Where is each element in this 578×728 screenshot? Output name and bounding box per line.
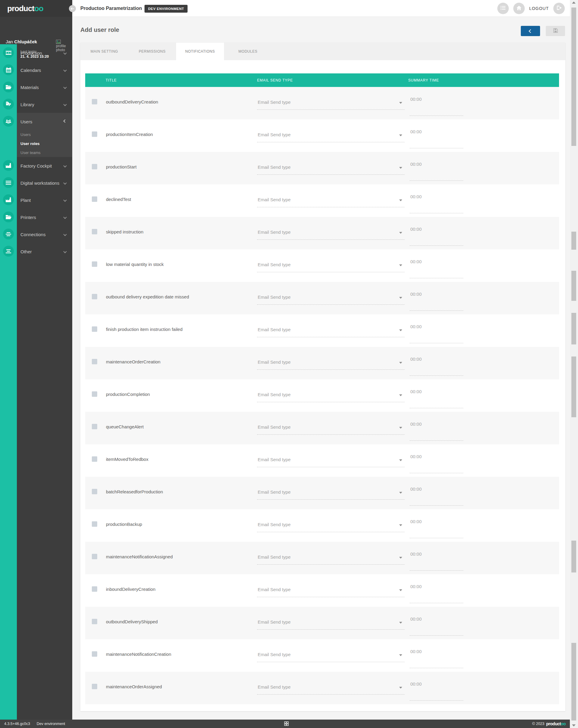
summary-time-value: 00:00 xyxy=(410,194,422,199)
email-send-type-select[interactable]: Email Send type xyxy=(257,551,405,565)
email-send-type-select[interactable]: Email Send type xyxy=(257,356,405,370)
email-send-type-select[interactable]: Email Send type xyxy=(257,486,405,500)
scrollbar-thumb[interactable] xyxy=(571,541,576,572)
row-checkbox[interactable] xyxy=(92,164,97,170)
table-row: low material quantity in stockEmail Send… xyxy=(85,250,559,282)
scrollbar-thumb[interactable] xyxy=(571,271,576,301)
row-checkbox[interactable] xyxy=(92,131,97,137)
summary-time-input[interactable]: 00:00 xyxy=(410,418,463,441)
scrollbar-thumb[interactable] xyxy=(571,643,576,721)
logout-button[interactable]: LOGOUT xyxy=(529,6,549,11)
sidebar-item-printers[interactable]: Printers xyxy=(0,208,72,226)
summary-time-input[interactable]: 00:00 xyxy=(410,191,463,213)
email-send-type-select[interactable]: Email Send type xyxy=(257,128,405,142)
exit-button[interactable] xyxy=(553,3,565,14)
sidebar-subitem-user-teams[interactable]: User teams xyxy=(0,148,72,157)
summary-time-input[interactable]: 00:00 xyxy=(410,581,463,603)
scroll-down-arrow-icon[interactable] xyxy=(572,724,576,727)
table-row: productionItemCreationEmail Send type00:… xyxy=(85,120,559,152)
tab-main-setting[interactable]: MAIN SETTING xyxy=(80,43,128,60)
row-checkbox[interactable] xyxy=(92,619,97,624)
sidebar-item-factory-cockpit[interactable]: Factory Cockpit xyxy=(0,157,72,174)
scrollbar-thumb[interactable] xyxy=(571,357,576,417)
email-send-type-select[interactable]: Email Send type xyxy=(257,388,405,402)
summary-time-input[interactable]: 00:00 xyxy=(410,126,463,148)
summary-time-value: 00:00 xyxy=(410,389,422,394)
sidebar-item-users[interactable]: Users xyxy=(0,113,72,130)
summary-time-input[interactable]: 00:00 xyxy=(410,484,463,506)
email-send-type-select[interactable]: Email Send type xyxy=(257,583,405,597)
save-button[interactable] xyxy=(546,26,565,36)
email-send-type-select[interactable]: Email Send type xyxy=(257,291,405,305)
menu-list-button[interactable] xyxy=(497,3,509,14)
sidebar-item-other[interactable]: Other xyxy=(0,243,72,260)
grid-icon[interactable] xyxy=(284,721,289,727)
sidebar-item-production[interactable]: Production xyxy=(0,44,72,61)
summary-time-input[interactable]: 00:00 xyxy=(410,614,463,635)
summary-time-input[interactable]: 00:00 xyxy=(410,354,463,376)
summary-time-input[interactable]: 00:00 xyxy=(410,159,463,181)
sidebar-item-connections[interactable]: Connections xyxy=(0,226,72,243)
summary-time-input[interactable]: 00:00 xyxy=(410,94,463,116)
summary-time-input[interactable]: 00:00 xyxy=(410,678,463,701)
row-checkbox[interactable] xyxy=(92,489,97,494)
email-send-type-select[interactable]: Email Send type xyxy=(257,616,405,630)
row-checkbox[interactable] xyxy=(92,359,97,364)
email-send-type-select[interactable]: Email Send type xyxy=(257,323,405,337)
email-send-type-select[interactable]: Email Send type xyxy=(257,453,405,467)
row-checkbox[interactable] xyxy=(92,391,97,397)
summary-time-value: 00:00 xyxy=(410,681,422,686)
sidebar-item-calendars[interactable]: Calendars xyxy=(0,61,72,79)
sidebar-item-plant[interactable]: Plant xyxy=(0,191,72,208)
summary-time-input[interactable]: 00:00 xyxy=(410,288,463,311)
back-button[interactable] xyxy=(521,26,540,36)
summary-time-input[interactable]: 00:00 xyxy=(410,516,463,538)
summary-time-input[interactable]: 00:00 xyxy=(410,224,463,246)
collapse-sidebar-button[interactable] xyxy=(69,5,76,12)
email-send-type-select[interactable]: Email Send type xyxy=(257,226,405,240)
summary-time-value: 00:00 xyxy=(410,519,422,524)
scrollbar-thumb[interactable] xyxy=(571,232,576,250)
sidebar-item-digital-workstations[interactable]: Digital workstations xyxy=(0,174,72,191)
row-checkbox[interactable] xyxy=(92,651,97,657)
tab-notifications[interactable]: NOTIFICATIONS xyxy=(176,43,224,60)
scroll-up-arrow-icon[interactable] xyxy=(572,1,576,4)
scrollbar-thumb[interactable] xyxy=(571,313,576,344)
row-checkbox[interactable] xyxy=(92,261,97,267)
row-checkbox[interactable] xyxy=(92,554,97,559)
tab-modules[interactable]: MODULES xyxy=(224,43,272,60)
summary-time-input[interactable]: 00:00 xyxy=(410,451,463,473)
row-checkbox[interactable] xyxy=(92,229,97,234)
row-checkbox[interactable] xyxy=(92,521,97,527)
email-send-type-select[interactable]: Email Send type xyxy=(257,518,405,532)
summary-time-input[interactable]: 00:00 xyxy=(410,548,463,571)
email-send-type-select[interactable]: Email Send type xyxy=(257,681,405,695)
summary-time-input[interactable]: 00:00 xyxy=(410,646,463,668)
row-checkbox[interactable] xyxy=(92,99,97,104)
email-send-type-select[interactable]: Email Send type xyxy=(257,421,405,435)
home-button[interactable] xyxy=(513,3,525,14)
sidebar-item-materials[interactable]: Materials xyxy=(0,79,72,96)
email-send-type-select[interactable]: Email Send type xyxy=(257,193,405,207)
tab-permissions[interactable]: PERMISSIONS xyxy=(128,43,176,60)
summary-time-input[interactable]: 00:00 xyxy=(410,321,463,343)
email-send-type-select[interactable]: Email Send type xyxy=(257,258,405,272)
row-checkbox[interactable] xyxy=(92,457,97,462)
sidebar-subitem-user-roles[interactable]: User roles xyxy=(0,139,72,148)
summary-time-input[interactable]: 00:00 xyxy=(410,256,463,278)
scrollbar[interactable] xyxy=(570,0,578,728)
email-send-type-select[interactable]: Email Send type xyxy=(257,96,405,110)
row-checkbox[interactable] xyxy=(92,586,97,592)
row-checkbox[interactable] xyxy=(92,684,97,689)
row-checkbox[interactable] xyxy=(92,294,97,299)
sidebar-logo[interactable]: productoo xyxy=(0,0,72,17)
scrollbar-thumb[interactable] xyxy=(571,7,576,146)
sidebar-subitem-users[interactable]: Users xyxy=(0,130,72,139)
row-checkbox[interactable] xyxy=(92,197,97,202)
row-checkbox[interactable] xyxy=(92,327,97,332)
sidebar-item-library[interactable]: Library xyxy=(0,96,72,113)
email-send-type-select[interactable]: Email Send type xyxy=(257,648,405,662)
email-send-type-select[interactable]: Email Send type xyxy=(257,161,405,175)
summary-time-input[interactable]: 00:00 xyxy=(410,386,463,408)
row-checkbox[interactable] xyxy=(92,424,97,429)
